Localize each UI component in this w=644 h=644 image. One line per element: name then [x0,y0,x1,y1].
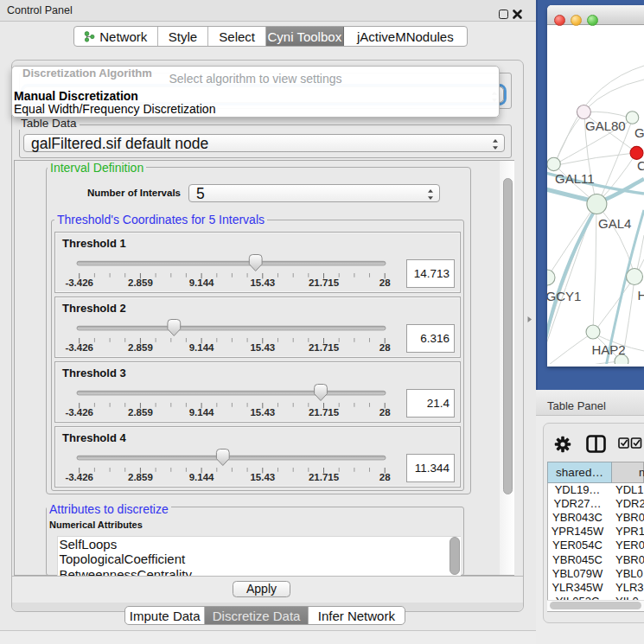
svg-text:GAL4: GAL4 [598,216,631,231]
svg-text:GAL80: GAL80 [585,118,626,133]
svg-text:C: C [637,158,644,173]
svg-text:H: H [638,288,644,303]
svg-text:GA: GA [634,125,644,140]
svg-text:HAP2: HAP2 [592,342,626,357]
svg-text:GAL11: GAL11 [555,171,595,186]
svg-text:GCY1: GCY1 [547,289,581,303]
